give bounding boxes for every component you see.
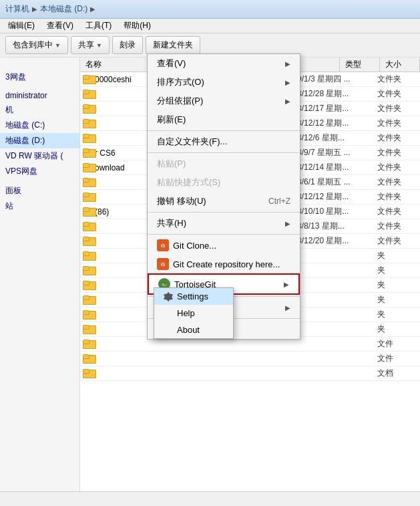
ctx-share[interactable]: 共享(H) ▶ (148, 214, 300, 233)
ctx-paste-shortcut[interactable]: 粘贴快捷方式(S) (148, 173, 300, 192)
menu-help[interactable]: 帮助(H) (118, 19, 156, 33)
toolbar-burn[interactable]: 刻录 (112, 36, 143, 54)
status-bar (0, 491, 420, 506)
submenu-help[interactable]: Help (154, 305, 233, 322)
ctx-arrow-new: ▶ (285, 304, 290, 311)
sidebar-item-vps[interactable]: VPS网盘 (0, 164, 79, 179)
toolbar-new-folder[interactable]: 新建文件夹 (146, 36, 200, 54)
file-type: 文件夹 (377, 132, 417, 144)
folder-icon (83, 340, 95, 349)
file-type: 夹 (377, 309, 417, 320)
col-size[interactable]: 大小 (380, 57, 420, 72)
folder-icon (83, 104, 95, 114)
folder-icon (83, 119, 95, 128)
folder-icon (83, 222, 95, 231)
file-type: 文件夹 (377, 206, 417, 217)
dropdown-arrow-2: ▼ (96, 42, 102, 49)
submenu-help-label: Help (177, 308, 195, 318)
col-type[interactable]: 类型 (340, 57, 380, 72)
breadcrumb-arrow-2: ▶ (90, 5, 95, 13)
folder-icon (83, 369, 95, 378)
menu-view[interactable]: 查看(V) (41, 19, 79, 33)
explorer-window: 计算机 ▶ 本地磁盘 (D:) ▶ 编辑(E) 查看(V) 工具(T) 帮助(H… (0, 0, 420, 506)
ctx-view[interactable]: 查看(V) ▶ (148, 54, 300, 73)
sidebar-item-netdisk[interactable]: 3网盘 (0, 70, 79, 85)
submenu-about-label: About (177, 325, 200, 335)
sidebar-item-d[interactable]: 地磁盘 (D:) (0, 133, 79, 148)
breadcrumb-arrow-1: ▶ (32, 5, 37, 13)
breadcrumb-computer[interactable]: 计算机 (5, 3, 29, 15)
folder-icon (83, 75, 95, 84)
git-icon: G (157, 239, 169, 251)
ctx-shortcut-undo: Ctrl+Z (268, 197, 290, 206)
menu-tools[interactable]: 工具(T) (80, 19, 117, 33)
sidebar-item-dvd[interactable]: VD RW 驱动器 ( (0, 148, 79, 164)
file-type: 夹 (377, 265, 417, 276)
file-type: 文档 (377, 368, 417, 379)
table-row[interactable]: 文档 (80, 366, 420, 381)
folder-icon (83, 193, 95, 202)
file-type: 文件夹 (377, 176, 417, 188)
ctx-group[interactable]: 分组依据(P) ▶ (148, 92, 300, 110)
ctx-arrow-group: ▶ (285, 98, 290, 105)
submenu-about[interactable]: About (154, 322, 233, 338)
folder-icon (83, 295, 95, 305)
file-type: 文件夹 (377, 221, 417, 232)
sidebar-item-admin[interactable]: dministrator (0, 89, 79, 102)
ctx-sep-4 (148, 234, 300, 235)
toolbar-share[interactable]: 共享 ▼ (71, 36, 110, 54)
file-type: 文件夹 (377, 74, 417, 85)
ctx-arrow-share: ▶ (285, 220, 290, 227)
folder-icon (83, 325, 95, 334)
breadcrumb-disk[interactable]: 本地磁盘 (D:) (40, 3, 87, 15)
folder-icon (83, 148, 95, 158)
folder-icon (83, 237, 95, 246)
file-type: 夹 (377, 324, 417, 335)
folder-icon (83, 90, 95, 99)
ctx-git-clone[interactable]: G Git Clone... (148, 236, 300, 255)
tortoisegit-submenu: Settings Help About (154, 287, 234, 339)
file-type: 文件夹 (377, 235, 417, 247)
file-type: 文件夹 (377, 103, 417, 114)
toolbar-include-library[interactable]: 包含到库中 ▼ (5, 36, 68, 54)
folder-icon (83, 266, 95, 275)
ctx-arrow-tortoise: ▶ (284, 281, 289, 288)
sidebar-item-c[interactable]: 地磁盘 (C:) (0, 118, 79, 133)
sidebar: 3网盘 dministrator 机 地磁盘 (C:) 地磁盘 (D:) VD … (0, 57, 80, 491)
ctx-refresh[interactable]: 刷新(E) (148, 110, 300, 129)
settings-icon (164, 292, 173, 301)
ctx-git-create[interactable]: G Git Create repository here... (148, 255, 300, 273)
ctx-sort[interactable]: 排序方式(O) ▶ (148, 73, 300, 92)
file-type: 夹 (377, 279, 417, 291)
folder-icon (83, 354, 95, 364)
file-type: 文件 (377, 338, 417, 350)
folder-icon (83, 251, 95, 261)
ctx-arrow-sort: ▶ (285, 79, 290, 86)
ctx-sep-1 (148, 130, 300, 131)
title-bar: 计算机 ▶ 本地磁盘 (D:) ▶ (0, 0, 420, 19)
file-type: 文件夹 (377, 147, 417, 158)
ctx-customize[interactable]: 自定义文件夹(F)... (148, 132, 300, 151)
file-type: 夹 (377, 294, 417, 305)
ctx-sep-3 (148, 212, 300, 213)
ctx-paste[interactable]: 粘贴(P) (148, 154, 300, 173)
folder-icon (83, 281, 95, 290)
file-type: 文件夹 (377, 88, 417, 100)
menu-bar: 编辑(E) 查看(V) 工具(T) 帮助(H) (0, 19, 420, 33)
table-row[interactable]: 文件 (80, 352, 420, 366)
folder-icon (83, 178, 95, 187)
file-type: 文件 (377, 353, 417, 364)
sidebar-item-computer[interactable]: 机 (0, 102, 79, 118)
sidebar-item-panel[interactable]: 面板 (0, 183, 79, 199)
submenu-settings-label: Settings (177, 291, 208, 301)
ctx-undo-move[interactable]: 撤销 移动(U) Ctrl+Z (148, 192, 300, 211)
folder-icon (83, 310, 95, 320)
sidebar-item-site[interactable]: 站 (0, 199, 79, 214)
submenu-settings[interactable]: Settings (154, 288, 233, 305)
ctx-sep-2 (148, 152, 300, 153)
folder-icon (83, 163, 95, 172)
git-create-icon: G (157, 258, 169, 270)
file-type: 夹 (377, 250, 417, 261)
menu-edit[interactable]: 编辑(E) (3, 19, 40, 33)
folder-icon (83, 207, 95, 217)
